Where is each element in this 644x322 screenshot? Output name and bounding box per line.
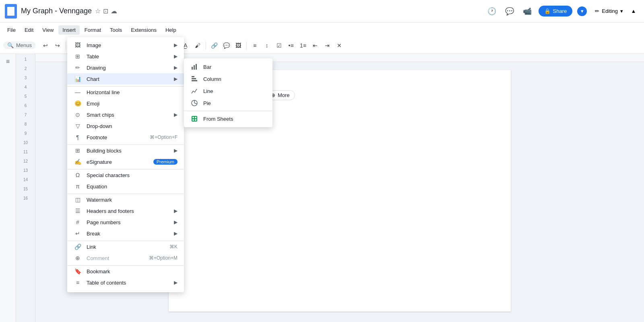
svg-rect-2 bbox=[196, 64, 197, 70]
chart-menu-label: Chart bbox=[87, 76, 174, 82]
line-chart-icon bbox=[190, 88, 198, 94]
smart-chips-arrow: ▶ bbox=[174, 112, 178, 118]
chart-submenu: Bar Column Line Pie From Sheets bbox=[184, 58, 272, 127]
comment-menu-label: Comment bbox=[87, 255, 149, 261]
menu-section-2: — Horizontal line 😊 Emoji ⊙ Smart chips … bbox=[67, 86, 184, 143]
insert-toc-item[interactable]: ≡ Table of contents ▶ bbox=[67, 277, 184, 288]
bar-chart-icon bbox=[190, 64, 198, 70]
watermark-menu-label: Watermark bbox=[87, 197, 178, 203]
esignature-menu-label: eSignature bbox=[87, 159, 150, 165]
svg-rect-12 bbox=[192, 119, 194, 121]
footnote-menu-icon: ¶ bbox=[74, 134, 82, 140]
insert-dropdown-menu: 🖼 Image ▶ ⊞ Table ▶ ✏ Drawing ▶ 📊 Chart … bbox=[67, 37, 184, 292]
table-menu-icon: ⊞ bbox=[74, 53, 82, 60]
insert-link-item[interactable]: 🔗 Link ⌘K bbox=[67, 241, 184, 252]
from-sheets-label: From Sheets bbox=[203, 116, 233, 122]
table-menu-label: Table bbox=[87, 54, 174, 60]
insert-building-blocks-item[interactable]: ⊞ Building blocks ▶ bbox=[67, 145, 184, 156]
horiz-line-menu-label: Horizontal line bbox=[87, 89, 178, 95]
footnote-menu-label: Footnote bbox=[87, 134, 150, 140]
image-arrow: ▶ bbox=[174, 42, 178, 48]
headers-footers-menu-icon: ☰ bbox=[74, 208, 82, 214]
menu-section-5: ◫ Watermark ☰ Headers and footers ▶ # Pa… bbox=[67, 194, 184, 239]
break-arrow: ▶ bbox=[174, 231, 178, 236]
page-numbers-arrow: ▶ bbox=[174, 219, 178, 225]
menu-section-4: Ω Special characters π Equation bbox=[67, 169, 184, 192]
svg-rect-0 bbox=[192, 67, 193, 70]
chart-pie-item[interactable]: Pie bbox=[184, 97, 272, 109]
svg-rect-5 bbox=[192, 80, 197, 81]
headers-footers-menu-label: Headers and footers bbox=[87, 208, 174, 214]
table-arrow: ▶ bbox=[174, 54, 178, 59]
insert-image-item[interactable]: 🖼 Image ▶ bbox=[67, 39, 184, 51]
insert-emoji-item[interactable]: 😊 Emoji bbox=[67, 98, 184, 109]
equation-menu-label: Equation bbox=[87, 184, 178, 190]
footnote-shortcut: ⌘+Option+F bbox=[150, 134, 178, 140]
svg-rect-1 bbox=[194, 65, 195, 70]
page-numbers-menu-label: Page numbers bbox=[87, 219, 174, 225]
headers-footers-arrow: ▶ bbox=[174, 208, 178, 214]
insert-headers-footers-item[interactable]: ☰ Headers and footers ▶ bbox=[67, 205, 184, 217]
horiz-line-menu-icon: — bbox=[74, 89, 82, 95]
svg-line-8 bbox=[194, 103, 197, 104]
link-menu-label: Link bbox=[87, 244, 169, 250]
chart-menu-icon: 📊 bbox=[74, 76, 82, 82]
insert-chart-item[interactable]: 📊 Chart ▶ bbox=[67, 73, 184, 85]
smart-chips-menu-label: Smart chips bbox=[87, 112, 174, 118]
break-menu-label: Break bbox=[87, 231, 174, 237]
bookmark-menu-icon: 🔖 bbox=[74, 268, 82, 275]
svg-rect-13 bbox=[195, 119, 196, 121]
line-chart-label: Line bbox=[203, 88, 213, 94]
special-chars-menu-label: Special characters bbox=[87, 172, 178, 178]
menu-section-3: ⊞ Building blocks ▶ ✍ eSignature Premium bbox=[67, 144, 184, 167]
image-menu-label: Image bbox=[87, 42, 174, 48]
column-chart-icon bbox=[190, 76, 198, 82]
insert-comment-item: ⊕ Comment ⌘+Option+M bbox=[67, 252, 184, 264]
insert-bookmark-item[interactable]: 🔖 Bookmark bbox=[67, 266, 184, 277]
insert-table-item[interactable]: ⊞ Table ▶ bbox=[67, 51, 184, 62]
premium-badge: Premium bbox=[153, 159, 178, 165]
menu-section-6: 🔗 Link ⌘K ⊕ Comment ⌘+Option+M bbox=[67, 241, 184, 264]
chart-submenu-separator bbox=[184, 111, 272, 111]
insert-special-chars-item[interactable]: Ω Special characters bbox=[67, 169, 184, 181]
insert-dropdown-item[interactable]: ▽ Drop-down bbox=[67, 120, 184, 132]
insert-break-item[interactable]: ↵ Break ▶ bbox=[67, 228, 184, 239]
column-chart-label: Column bbox=[203, 76, 221, 82]
emoji-menu-icon: 😊 bbox=[74, 100, 82, 107]
drawing-arrow: ▶ bbox=[174, 65, 178, 70]
building-blocks-arrow: ▶ bbox=[174, 148, 178, 153]
insert-smart-chips-item[interactable]: ⊙ Smart chips ▶ bbox=[67, 109, 184, 120]
insert-drawing-item[interactable]: ✏ Drawing ▶ bbox=[67, 62, 184, 73]
chart-from-sheets-item[interactable]: From Sheets bbox=[184, 113, 272, 125]
insert-esignature-item[interactable]: ✍ eSignature Premium bbox=[67, 156, 184, 167]
sheets-icon bbox=[190, 116, 198, 122]
watermark-menu-icon: ◫ bbox=[74, 196, 82, 203]
chart-bar-item[interactable]: Bar bbox=[184, 61, 272, 73]
insert-footnote-item[interactable]: ¶ Footnote ⌘+Option+F bbox=[67, 132, 184, 143]
chart-column-item[interactable]: Column bbox=[184, 73, 272, 85]
building-blocks-menu-label: Building blocks bbox=[87, 148, 174, 154]
insert-equation-item[interactable]: π Equation bbox=[67, 181, 184, 192]
chart-arrow: ▶ bbox=[174, 76, 178, 82]
emoji-menu-label: Emoji bbox=[87, 101, 178, 107]
comment-menu-icon: ⊕ bbox=[74, 255, 82, 261]
svg-rect-4 bbox=[192, 78, 196, 79]
insert-horiz-line-item[interactable]: — Horizontal line bbox=[67, 87, 184, 98]
svg-rect-3 bbox=[192, 76, 194, 77]
link-menu-icon: 🔗 bbox=[74, 244, 82, 250]
toc-arrow: ▶ bbox=[174, 280, 178, 285]
menu-section-7: 🔖 Bookmark ≡ Table of contents ▶ bbox=[67, 265, 184, 288]
toc-menu-label: Table of contents bbox=[87, 280, 174, 286]
insert-watermark-item[interactable]: ◫ Watermark bbox=[67, 194, 184, 205]
special-chars-menu-icon: Ω bbox=[74, 172, 82, 178]
chart-line-item[interactable]: Line bbox=[184, 85, 272, 97]
bookmark-menu-label: Bookmark bbox=[87, 268, 178, 275]
menu-section-1: 🖼 Image ▶ ⊞ Table ▶ ✏ Drawing ▶ 📊 Chart … bbox=[67, 39, 184, 85]
dropdown-menu-icon: ▽ bbox=[74, 123, 82, 129]
pie-chart-icon bbox=[190, 100, 198, 106]
pie-chart-label: Pie bbox=[203, 100, 211, 106]
page-numbers-menu-icon: # bbox=[74, 219, 82, 225]
smart-chips-menu-icon: ⊙ bbox=[74, 111, 82, 118]
insert-page-numbers-item[interactable]: # Page numbers ▶ bbox=[67, 217, 184, 228]
dropdown-menu-label: Drop-down bbox=[87, 123, 178, 129]
